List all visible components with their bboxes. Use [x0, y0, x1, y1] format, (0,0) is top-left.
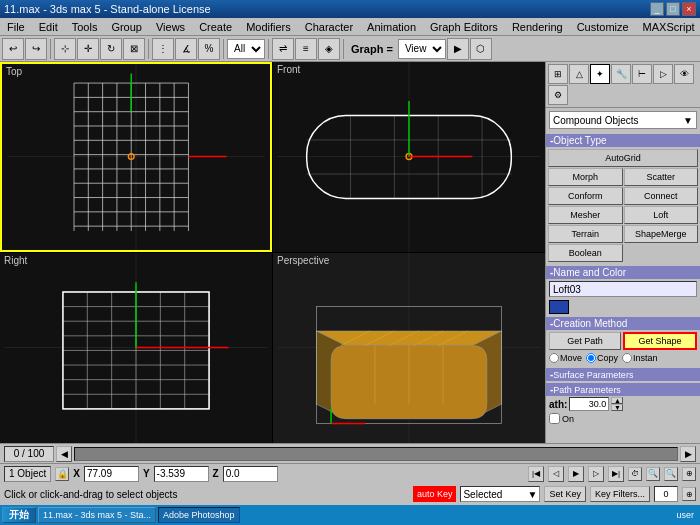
mirror-button[interactable]: ⇌ [272, 38, 294, 60]
mesher-button[interactable]: Mesher [548, 206, 623, 224]
menu-file[interactable]: File [4, 20, 28, 34]
undo-button[interactable]: ↩ [2, 38, 24, 60]
menu-maxscript[interactable]: MAXScript [640, 20, 698, 34]
viewport-perspective-label: Perspective [277, 255, 329, 266]
prev-frame-button[interactable]: ◀ [56, 446, 72, 462]
menu-create[interactable]: Create [196, 20, 235, 34]
next-key-button[interactable]: ▷ [588, 466, 604, 482]
scatter-button[interactable]: Scatter [624, 168, 699, 186]
menu-edit[interactable]: Edit [36, 20, 61, 34]
name-field[interactable]: Loft03 [549, 281, 697, 297]
boolean-button[interactable]: Boolean [548, 244, 623, 262]
panel-icon-display[interactable]: ⊞ [548, 64, 568, 84]
menu-character[interactable]: Character [302, 20, 356, 34]
x-coord: 77.09 [84, 466, 139, 482]
path-value-input[interactable] [569, 397, 609, 411]
render-button[interactable]: ▶ [447, 38, 469, 60]
time-config-button[interactable]: ⏱ [628, 467, 642, 481]
angle-snap-button[interactable]: ∡ [175, 38, 197, 60]
percent-snap-button[interactable]: % [198, 38, 220, 60]
render-last-button[interactable]: ⬡ [470, 38, 492, 60]
snap-button[interactable]: ⋮ [152, 38, 174, 60]
play-button[interactable]: ▶ [568, 466, 584, 482]
maximize-button[interactable]: □ [666, 2, 680, 16]
panel-icon-display2[interactable]: 👁 [674, 64, 694, 84]
terrain-button[interactable]: Terrain [548, 225, 623, 243]
taskbar-3dsmax[interactable]: 11.max - 3ds max 5 - Sta... [38, 507, 156, 523]
render-icon[interactable]: 🔍 [646, 467, 660, 481]
color-swatch[interactable] [549, 300, 569, 314]
viewport-top[interactable]: Top [0, 62, 272, 252]
start-button[interactable]: 开始 [2, 507, 36, 523]
get-path-button[interactable]: Get Path [549, 332, 621, 350]
lock-icon[interactable]: 🔒 [55, 467, 69, 481]
viewport-perspective[interactable]: Perspective [273, 253, 545, 443]
taskbar-photoshop[interactable]: Adobe Photoshop [158, 507, 240, 523]
align-button[interactable]: ≡ [295, 38, 317, 60]
view-buttons[interactable]: ⊕ [682, 487, 696, 501]
menu-views[interactable]: Views [153, 20, 188, 34]
move-button[interactable]: ✛ [77, 38, 99, 60]
panel-icon-shapes[interactable]: △ [569, 64, 589, 84]
get-shape-button[interactable]: Get Shape [623, 332, 697, 350]
morph-button[interactable]: Morph [548, 168, 623, 186]
toolbar-separator-2 [148, 39, 149, 59]
panel-icon-motion[interactable]: ▷ [653, 64, 673, 84]
autogrid-button[interactable]: AutoGrid [548, 149, 698, 167]
creation-method-header[interactable]: Creation Method [546, 317, 700, 330]
creation-method-content: Get Path Get Shape Move Copy Instan [546, 330, 700, 366]
surface-params-header[interactable]: Surface Parameters [546, 368, 700, 381]
panel-icon-create[interactable]: ✦ [590, 64, 610, 84]
auto-key-button[interactable]: auto Key [413, 486, 457, 502]
menu-customize[interactable]: Customize [574, 20, 632, 34]
viewport-top-svg [2, 64, 270, 250]
scale-button[interactable]: ⊠ [123, 38, 145, 60]
play-begin-button[interactable]: |◀ [528, 466, 544, 482]
path-spin-up[interactable]: ▲ [611, 397, 623, 404]
redo-button[interactable]: ↪ [25, 38, 47, 60]
rotate-button[interactable]: ↻ [100, 38, 122, 60]
toolbar-separator-5 [343, 39, 344, 59]
material-editor-button[interactable]: ◈ [318, 38, 340, 60]
timeline[interactable] [74, 447, 678, 461]
menu-tools[interactable]: Tools [69, 20, 101, 34]
panel-icon-modify[interactable]: 🔧 [611, 64, 631, 84]
viewport-front[interactable]: Front [273, 62, 545, 252]
copy-radio[interactable]: Copy [586, 353, 618, 363]
zoom-icon[interactable]: 🔍 [664, 467, 678, 481]
compound-objects-dropdown[interactable]: Compound Objects ▼ [549, 111, 697, 129]
loft-button[interactable]: Loft [624, 206, 699, 224]
key-filters-button[interactable]: Key Filters... [590, 486, 650, 502]
menu-modifiers[interactable]: Modifiers [243, 20, 294, 34]
select-icon[interactable]: ⊕ [682, 467, 696, 481]
titlebar-controls[interactable]: _ □ × [650, 2, 696, 16]
path-params-header[interactable]: Path Parameters [546, 383, 700, 396]
conform-button[interactable]: Conform [548, 187, 623, 205]
next-frame-button[interactable]: ▶ [680, 446, 696, 462]
viewport-right[interactable]: Right [0, 253, 272, 443]
close-button[interactable]: × [682, 2, 696, 16]
menu-graph-editors[interactable]: Graph Editors [427, 20, 501, 34]
shapemerge-button[interactable]: ShapeMerge [624, 225, 699, 243]
move-radio[interactable]: Move [549, 353, 582, 363]
on-checkbox[interactable] [549, 413, 560, 424]
all-dropdown[interactable]: All [227, 39, 265, 59]
play-end-button[interactable]: ▶| [608, 466, 624, 482]
panel-icon-hierarchy[interactable]: ⊢ [632, 64, 652, 84]
menu-group[interactable]: Group [108, 20, 145, 34]
selected-dropdown[interactable]: Selected ▼ [460, 486, 540, 502]
panel-icon-utilities[interactable]: ⚙ [548, 85, 568, 105]
path-spin-down[interactable]: ▼ [611, 404, 623, 411]
view-dropdown[interactable]: View [398, 39, 446, 59]
menu-animation[interactable]: Animation [364, 20, 419, 34]
prev-key-button[interactable]: ◁ [548, 466, 564, 482]
connect-button[interactable]: Connect [624, 187, 699, 205]
set-key-button[interactable]: Set Key [544, 486, 586, 502]
object-type-header[interactable]: Object Type [546, 134, 700, 147]
select-button[interactable]: ⊹ [54, 38, 76, 60]
menu-rendering[interactable]: Rendering [509, 20, 566, 34]
name-color-header[interactable]: Name and Color [546, 266, 700, 279]
right-panel: ⊞ △ ✦ 🔧 ⊢ ▷ 👁 ⚙ Compound Objects ▼ Objec… [545, 62, 700, 443]
minimize-button[interactable]: _ [650, 2, 664, 16]
instance-radio[interactable]: Instan [622, 353, 658, 363]
